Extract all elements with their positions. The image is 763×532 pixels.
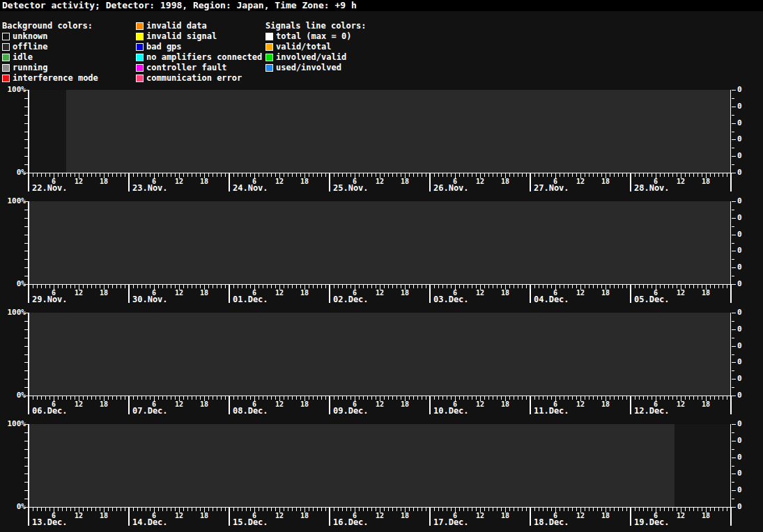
hour-tick [376,508,376,511]
hour-tick [409,508,410,511]
hour-tick [112,173,113,177]
right-axis-end-tick [730,396,732,414]
hour-tick [518,396,518,400]
right-axis-label: 0 [737,135,751,143]
hour-tick [146,173,146,177]
interference-mode-swatch [2,75,10,82]
hour-label: 18 [700,513,712,519]
hour-tick [610,508,610,511]
hour-tick [639,173,640,177]
total-max-0-swatch [265,33,273,40]
hour-tick [288,173,288,177]
hour-label: 12 [72,178,85,185]
right-axis-tick [732,218,736,219]
hour-tick [296,285,297,288]
day-tick [128,396,130,414]
hour-tick [626,285,627,288]
legend-background-header: Background colors: [2,21,98,31]
hour-tick [668,508,669,511]
hour-tick [723,285,723,288]
hour-tick [296,508,297,511]
hour-tick [45,285,46,288]
hour-tick [221,285,222,288]
hour-tick [576,285,577,288]
hour-label: 6 [449,178,461,185]
hour-tick [87,285,88,288]
hour-label: 18 [98,401,110,408]
hour-label: 6 [449,513,461,519]
hour-tick [187,173,188,177]
right-axis-tick [732,432,734,433]
hour-tick [396,396,397,400]
hour-tick [208,285,209,288]
hour-tick [317,173,318,177]
right-axis-end-tick [730,284,732,303]
right-axis-line [730,424,731,508]
title-bar: Detector activity; Detector: 1998, Regio… [0,0,763,11]
hour-label: 12 [574,178,587,185]
right-axis-label: 0 [737,308,751,317]
left-axis-label-bottom: 0% [0,169,26,177]
hour-tick [597,508,598,511]
chart-row-week-1: 100%0%00000022.Nov.6121823.Nov.6121824.N… [0,86,763,197]
hour-tick [296,173,297,177]
hour-tick [70,508,71,511]
hour-tick [417,508,418,511]
right-axis-label: 0 [737,247,751,255]
hour-label: 12 [373,401,386,408]
hour-tick [514,285,514,288]
hour-tick [543,396,544,400]
hour-tick [589,173,589,177]
hour-label: 18 [700,178,712,185]
hour-tick [647,285,648,288]
day-tick [630,507,631,526]
unknown-swatch [2,33,10,40]
hour-tick [626,508,627,511]
hour-tick [66,396,67,400]
hour-tick [250,173,251,177]
hour-tick [618,508,619,511]
hour-tick [568,396,569,400]
right-axis-label: 0 [737,197,751,205]
hour-tick [267,173,268,177]
detector-activity-page: Detector activity; Detector: 1998, Regio… [0,0,763,532]
hour-tick [388,396,389,400]
hour-tick [158,396,159,400]
hour-label: 12 [675,513,687,519]
hour-tick [564,285,564,288]
hour-tick [438,396,439,400]
hour-tick [434,508,435,511]
right-axis-tick [732,259,734,260]
hour-tick [668,173,669,177]
hour-tick [87,396,88,400]
left-axis-tick [24,466,28,467]
hour-label: 6 [649,290,662,297]
hour-tick [116,396,117,400]
hour-tick [133,285,134,288]
hour-tick [514,508,514,511]
hour-tick [371,396,372,400]
hour-tick [246,508,247,511]
right-axis-tick [732,226,734,227]
hour-tick [49,173,50,177]
hour-tick [472,396,472,400]
hour-tick [300,173,301,177]
right-axis-tick [732,251,736,251]
hour-tick [171,173,171,177]
hour-tick [714,173,715,177]
hour-tick [83,508,84,511]
hour-tick [459,396,460,400]
state-segment-offline [29,424,675,507]
hour-tick [622,285,623,288]
hour-tick [677,508,677,511]
hour-tick [371,508,372,511]
hour-tick [41,508,42,511]
hour-tick [509,285,510,288]
hour-tick [371,285,372,288]
plot-area [29,424,731,507]
hour-tick [95,285,96,288]
hour-label: 12 [474,513,486,519]
hour-tick [45,508,46,511]
hour-tick [317,396,318,400]
hour-tick [342,285,343,288]
